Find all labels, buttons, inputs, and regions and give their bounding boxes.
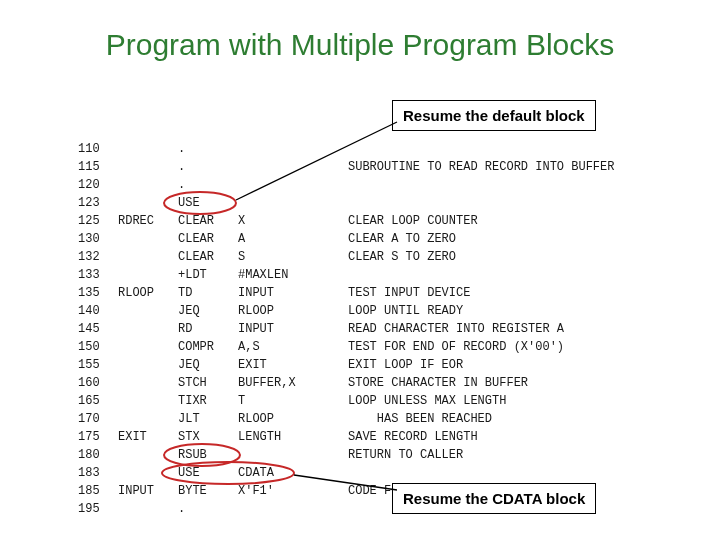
label xyxy=(118,338,178,356)
comment: CLEAR S TO ZERO xyxy=(348,248,614,266)
opcode: . xyxy=(178,500,238,518)
line-number: 175 xyxy=(78,428,118,446)
operand: INPUT xyxy=(238,320,348,338)
code-line: 132CLEARSCLEAR S TO ZERO xyxy=(78,248,614,266)
opcode: TD xyxy=(178,284,238,302)
comment: RETURN TO CALLER xyxy=(348,446,614,464)
code-line: 170JLTRLOOP HAS BEEN REACHED xyxy=(78,410,614,428)
operand: S xyxy=(238,248,348,266)
label xyxy=(118,194,178,212)
opcode: USE xyxy=(178,464,238,482)
operand: LENGTH xyxy=(238,428,348,446)
line-number: 125 xyxy=(78,212,118,230)
comment xyxy=(348,140,614,158)
label xyxy=(118,230,178,248)
opcode: . xyxy=(178,158,238,176)
line-number: 183 xyxy=(78,464,118,482)
operand: T xyxy=(238,392,348,410)
code-line: 120. xyxy=(78,176,614,194)
operand xyxy=(238,158,348,176)
code-line: 130CLEARACLEAR A TO ZERO xyxy=(78,230,614,248)
line-number: 132 xyxy=(78,248,118,266)
opcode: COMPR xyxy=(178,338,238,356)
opcode: +LDT xyxy=(178,266,238,284)
callout-label: Resume the default block xyxy=(403,107,585,124)
line-number: 140 xyxy=(78,302,118,320)
code-listing: 110.115.SUBROUTINE TO READ RECORD INTO B… xyxy=(78,140,614,518)
comment xyxy=(348,266,614,284)
comment: LOOP UNLESS MAX LENGTH xyxy=(348,392,614,410)
code-line: 115.SUBROUTINE TO READ RECORD INTO BUFFE… xyxy=(78,158,614,176)
callout-cdata-block: Resume the CDATA block xyxy=(392,483,596,514)
code-line: 155JEQEXITEXIT LOOP IF EOR xyxy=(78,356,614,374)
opcode: JEQ xyxy=(178,356,238,374)
callout-label: Resume the CDATA block xyxy=(403,490,585,507)
code-line: 150COMPRA,STEST FOR END OF RECORD (X'00'… xyxy=(78,338,614,356)
code-line: 125RDRECCLEARXCLEAR LOOP COUNTER xyxy=(78,212,614,230)
code-line: 183USECDATA xyxy=(78,464,614,482)
comment: HAS BEEN REACHED xyxy=(348,410,614,428)
opcode: USE xyxy=(178,194,238,212)
label xyxy=(118,356,178,374)
operand: X xyxy=(238,212,348,230)
label: RDREC xyxy=(118,212,178,230)
line-number: 185 xyxy=(78,482,118,500)
opcode: TIXR xyxy=(178,392,238,410)
line-number: 115 xyxy=(78,158,118,176)
line-number: 123 xyxy=(78,194,118,212)
opcode: CLEAR xyxy=(178,230,238,248)
line-number: 120 xyxy=(78,176,118,194)
line-number: 133 xyxy=(78,266,118,284)
line-number: 160 xyxy=(78,374,118,392)
label xyxy=(118,140,178,158)
operand: A,S xyxy=(238,338,348,356)
code-line: 133+LDT#MAXLEN xyxy=(78,266,614,284)
code-line: 180RSUBRETURN TO CALLER xyxy=(78,446,614,464)
opcode: . xyxy=(178,140,238,158)
opcode: RSUB xyxy=(178,446,238,464)
line-number: 145 xyxy=(78,320,118,338)
label xyxy=(118,392,178,410)
opcode: BYTE xyxy=(178,482,238,500)
operand: INPUT xyxy=(238,284,348,302)
label xyxy=(118,266,178,284)
operand: EXIT xyxy=(238,356,348,374)
comment xyxy=(348,464,614,482)
label xyxy=(118,302,178,320)
label: INPUT xyxy=(118,482,178,500)
opcode: JLT xyxy=(178,410,238,428)
code-line: 160STCHBUFFER,XSTORE CHARACTER IN BUFFER xyxy=(78,374,614,392)
opcode: JEQ xyxy=(178,302,238,320)
label xyxy=(118,158,178,176)
code-line: 123USE xyxy=(78,194,614,212)
operand xyxy=(238,194,348,212)
line-number: 180 xyxy=(78,446,118,464)
label xyxy=(118,248,178,266)
opcode: STCH xyxy=(178,374,238,392)
opcode: CLEAR xyxy=(178,212,238,230)
label xyxy=(118,446,178,464)
comment: STORE CHARACTER IN BUFFER xyxy=(348,374,614,392)
opcode: RD xyxy=(178,320,238,338)
opcode: . xyxy=(178,176,238,194)
line-number: 165 xyxy=(78,392,118,410)
operand: BUFFER,X xyxy=(238,374,348,392)
operand xyxy=(238,176,348,194)
code-line: 140JEQRLOOPLOOP UNTIL READY xyxy=(78,302,614,320)
comment: LOOP UNTIL READY xyxy=(348,302,614,320)
line-number: 150 xyxy=(78,338,118,356)
operand: RLOOP xyxy=(238,410,348,428)
line-number: 155 xyxy=(78,356,118,374)
opcode: CLEAR xyxy=(178,248,238,266)
line-number: 130 xyxy=(78,230,118,248)
label xyxy=(118,464,178,482)
line-number: 195 xyxy=(78,500,118,518)
label: RLOOP xyxy=(118,284,178,302)
label xyxy=(118,410,178,428)
operand: X'F1' xyxy=(238,482,348,500)
code-line: 145RDINPUTREAD CHARACTER INTO REGISTER A xyxy=(78,320,614,338)
label xyxy=(118,176,178,194)
line-number: 110 xyxy=(78,140,118,158)
operand xyxy=(238,500,348,518)
page-title: Program with Multiple Program Blocks xyxy=(0,28,720,62)
